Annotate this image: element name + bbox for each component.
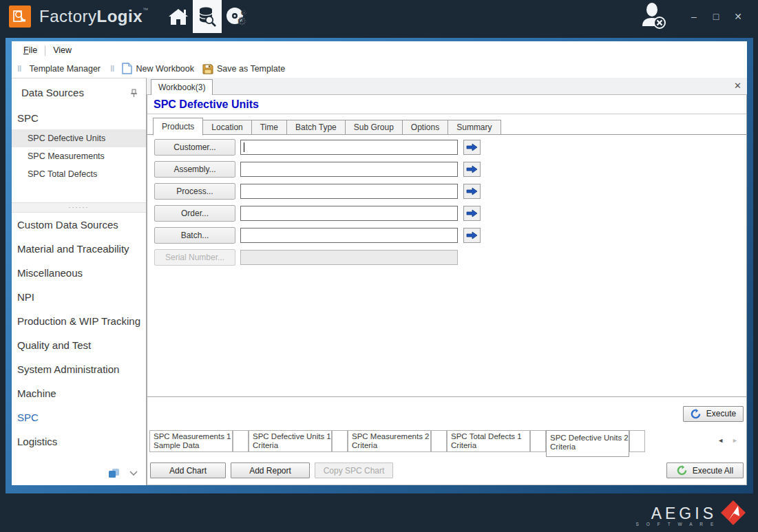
menubar: File View [12,41,747,59]
bottom-tab-spc-defective-units-2[interactable]: SPC Defective Units 2Criteria [546,430,629,457]
sidebar-group-spc[interactable]: SPC [12,105,146,129]
tab-line1: SPC Measurements 2 [352,432,430,441]
tab-time[interactable]: Time [252,120,287,135]
sidebar-category-system-administration[interactable]: System Administration [12,357,146,381]
order-apply-button[interactable] [463,206,481,221]
bottom-tab-spacer [629,430,645,452]
bottom-tab-spacer [431,430,447,452]
aegis-diamond-icon [719,499,747,529]
sidebar-category-spc[interactable]: SPC [12,405,146,429]
save-icon [202,63,213,74]
aegis-software-text: S O F T W A R E [635,522,717,526]
bottom-tab-spc-total-defects-1[interactable]: SPC Total Defects 1Criteria [447,430,530,452]
sidebar-category-quality-and-test[interactable]: Quality and Test [12,333,146,357]
batch-input[interactable] [240,228,458,243]
template-manager-button[interactable]: Template Manager [25,62,105,76]
brand-factory: Factory [39,7,97,25]
sidebar-item-spc-total-defects[interactable]: SPC Total Defects [12,165,146,183]
toolbar-grip: ‖ [12,63,25,74]
svg-text:⚙: ⚙ [241,9,247,17]
settings-button[interactable]: ⚙ ⚙ [222,0,251,33]
sidebar-category-npi[interactable]: NPI [12,285,146,309]
brand-tm: ™ [143,7,149,13]
home-button[interactable] [164,0,193,33]
bottom-tab-spc-measurements-1[interactable]: SPC Measurements 1Sample Data [149,430,233,452]
app-title: FactoryLogix™ [39,7,149,26]
pin-icon[interactable] [129,89,138,97]
tab-line1: SPC Defective Units 2 [550,434,629,443]
execute-button[interactable]: Execute [683,406,744,422]
tab-options[interactable]: Options [403,120,448,135]
assembly-input[interactable] [240,162,458,177]
aegis-brand-text: AEGIS [635,506,717,521]
add-report-button[interactable]: Add Report [231,462,310,478]
text-caret [244,142,244,152]
bottom-tab-spacer [530,430,546,452]
sidebar-category-miscellaneous[interactable]: Miscellaneous [12,261,146,285]
process-row: Process... [154,183,739,200]
layers-icon[interactable] [108,468,120,478]
customer-row: Customer... [154,139,739,156]
bottom-tab-spc-defective-units-1[interactable]: SPC Defective Units 1Criteria [249,430,332,452]
sidebar-category-custom-data-sources[interactable]: Custom Data Sources [12,213,146,237]
menu-file[interactable]: File [19,43,42,57]
process-apply-button[interactable] [463,184,481,199]
tab-line1: SPC Measurements 1 [154,432,232,441]
serial-number-row: Serial Number... [154,249,739,266]
assembly-apply-button[interactable] [463,162,481,177]
user-account-button[interactable] [638,1,667,32]
add-chart-button[interactable]: Add Chart [150,462,226,478]
new-workbook-button[interactable]: New Workbook [118,61,198,76]
process-input[interactable] [240,184,458,199]
main-window: File View ‖ Template Manager ‖ New Workb… [6,38,753,493]
save-as-template-button[interactable]: Save as Template [198,61,289,76]
panel-title: SPC Defective Units [147,95,746,114]
tab-batch-type[interactable]: Batch Type [287,120,346,135]
customer-button[interactable]: Customer... [154,139,235,156]
copy-spc-chart-button: Copy SPC Chart [315,462,393,478]
aegis-logo: AEGIS S O F T W A R E [635,499,747,529]
order-button[interactable]: Order... [154,205,235,222]
batch-apply-button[interactable] [463,228,481,243]
sidebar-category-production-wip-tracking[interactable]: Production & WIP Tracking [12,309,146,333]
sidebar-item-spc-defective-units[interactable]: SPC Defective Units [12,129,146,147]
save-as-template-label: Save as Template [217,64,285,74]
workbook-tab[interactable]: Workbook(3) [151,79,213,95]
tab-scroll-left-icon[interactable]: ◄ [717,437,724,444]
sidebar-category-material-and-traceability[interactable]: Material and Traceability [12,237,146,261]
sidebar-item-spc-measurements[interactable]: SPC Measurements [12,147,146,165]
minimize-button[interactable]: – [686,9,702,24]
execute-refresh-icon [691,409,701,419]
tab-sub-group[interactable]: Sub Group [346,120,403,135]
bottom-tab-spc-measurements-2[interactable]: SPC Measurements 2Criteria [348,430,431,452]
customer-apply-button[interactable] [463,140,481,155]
workbook-area: Workbook(3) ✕ SPC Defective Units Produc… [147,78,747,485]
assembly-button[interactable]: Assembly... [154,161,235,178]
workbook-close-icon[interactable]: ✕ [734,81,741,91]
customer-input[interactable] [240,140,458,155]
close-button[interactable]: ✕ [730,9,746,24]
maximize-button[interactable]: □ [708,9,724,24]
batch-button[interactable]: Batch... [154,227,235,244]
tab-summary[interactable]: Summary [448,120,501,135]
data-sources-button[interactable] [193,0,222,33]
home-icon [167,7,189,26]
order-row: Order... [154,205,739,222]
serial-number-button: Serial Number... [154,249,235,266]
sidebar-category-machine[interactable]: Machine [12,381,146,405]
tab-location[interactable]: Location [203,120,251,135]
database-search-icon [198,6,217,27]
execute-all-button[interactable]: Execute All [666,462,744,478]
process-button[interactable]: Process... [154,183,235,200]
order-input[interactable] [240,206,458,221]
sidebar-splitter[interactable]: ······ [12,202,146,213]
chevron-down-icon[interactable] [129,471,138,476]
tab-line2: Sample Data [154,441,232,450]
menu-separator [45,45,45,56]
tab-products[interactable]: Products [153,118,203,136]
sidebar-category-logistics[interactable]: Logistics [12,429,146,454]
assembly-row: Assembly... [154,161,739,178]
arrow-right-icon [466,231,478,240]
data-sources-title: Data Sources [21,87,84,98]
menu-view[interactable]: View [48,43,76,57]
